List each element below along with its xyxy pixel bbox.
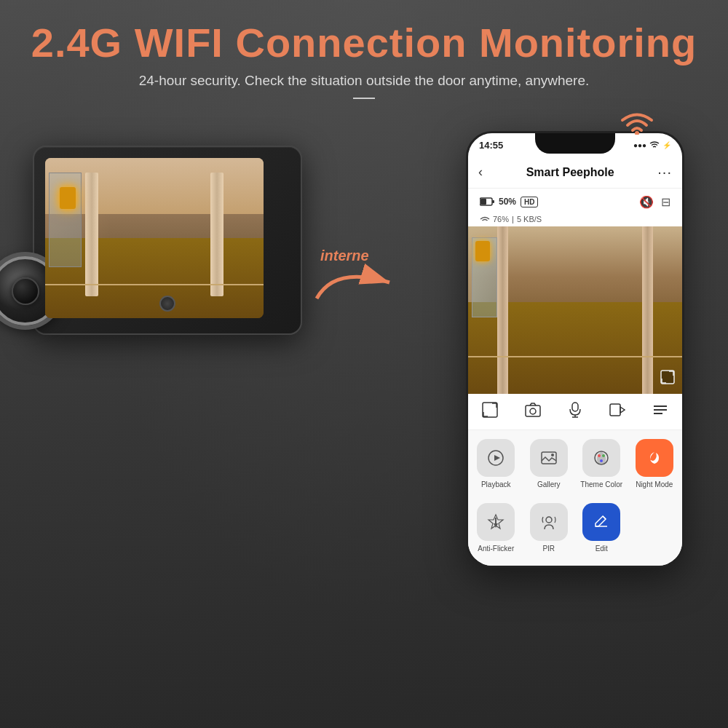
svg-point-27 xyxy=(546,517,552,523)
device-screen xyxy=(45,158,264,318)
device-info-bar: 50% HD 🔇 ⊟ xyxy=(475,189,675,215)
status-icons: ●●● ⚡ xyxy=(633,141,671,149)
pir-icon-bg xyxy=(530,503,568,541)
back-button[interactable]: ‹ xyxy=(478,165,483,180)
signal-info: 76% | 5 KB/S xyxy=(480,215,542,223)
phone-col-right xyxy=(642,226,653,394)
data-speed: 5 KB/S xyxy=(517,215,542,223)
svg-point-8 xyxy=(530,408,536,414)
wifi-signal-icon xyxy=(619,106,655,140)
playback-icon-bg xyxy=(477,439,515,477)
main-title: 2.4G WIFI Connection Monitoring xyxy=(0,20,728,66)
fullscreen-ctrl-icon[interactable] xyxy=(482,402,498,422)
device-button[interactable] xyxy=(159,296,175,312)
pir-label: PIR xyxy=(542,545,555,553)
playback-label: Playback xyxy=(481,480,511,489)
svg-rect-5 xyxy=(661,371,674,384)
edit-icon-bg xyxy=(582,503,620,541)
more-button[interactable]: ··· xyxy=(657,164,672,181)
app-controls xyxy=(468,394,682,430)
night-mode-label: Night Mode xyxy=(636,480,673,489)
phone-body: 14:55 ●●● ⚡ ‹ Smart Peephole ··· xyxy=(466,131,684,568)
svg-rect-9 xyxy=(572,403,578,411)
video-play-icon[interactable] xyxy=(609,403,625,420)
porch-column-right xyxy=(210,173,223,296)
signal-percent: 76% xyxy=(493,215,509,223)
speed-label: | xyxy=(512,215,514,223)
phone-camera-feed[interactable] xyxy=(468,226,682,394)
hd-badge: HD xyxy=(521,197,538,207)
svg-rect-6 xyxy=(483,403,497,417)
svg-point-1 xyxy=(635,131,639,135)
expand-icon[interactable] xyxy=(660,370,675,388)
device-icons: 🔇 ⊟ xyxy=(639,195,670,209)
porch-column-left xyxy=(85,173,98,296)
app-title: Smart Peephole xyxy=(526,166,614,179)
phone-railing xyxy=(468,356,682,357)
sub-title: 24-hour security. Check the situation ou… xyxy=(0,73,728,89)
app-menu: Playback Gallery xyxy=(468,430,682,566)
theme-color-label: Theme Color xyxy=(580,480,622,489)
layout-icon[interactable]: ⊟ xyxy=(661,195,670,209)
svg-rect-3 xyxy=(480,199,486,205)
svg-point-19 xyxy=(551,454,554,456)
battery-icon xyxy=(480,197,494,206)
more-menu-icon[interactable] xyxy=(652,403,668,420)
snapshot-icon[interactable] xyxy=(525,403,541,421)
phone-light xyxy=(475,241,490,261)
menu-item-playback[interactable]: Playback xyxy=(472,439,520,497)
arrow-label: interne xyxy=(320,248,369,264)
camera-lens-inner xyxy=(12,277,39,305)
theme-icon-bg xyxy=(582,439,620,477)
anti-flicker-icon-bg xyxy=(477,503,515,541)
night-mode-icon-bg xyxy=(636,439,673,477)
wifi-status-icon xyxy=(649,141,660,149)
svg-point-22 xyxy=(602,454,605,457)
divider xyxy=(353,98,375,99)
menu-item-edit[interactable]: Edit xyxy=(578,503,625,561)
svg-point-21 xyxy=(598,454,601,457)
menu-item-gallery[interactable]: Gallery xyxy=(526,439,573,497)
device-body xyxy=(33,146,302,335)
porch-scene xyxy=(45,158,264,318)
battery-hd-group: 50% HD xyxy=(480,197,538,207)
phone-container: 14:55 ●●● ⚡ ‹ Smart Peephole ··· xyxy=(466,131,684,568)
svg-rect-12 xyxy=(610,404,620,416)
phone-col-left xyxy=(497,226,508,394)
header-section: 2.4G WIFI Connection Monitoring 24-hour … xyxy=(0,0,728,99)
app-nav: ‹ Smart Peephole ··· xyxy=(468,157,682,189)
mute-icon[interactable]: 🔇 xyxy=(639,195,654,209)
device-container xyxy=(33,146,302,335)
edit-label: Edit xyxy=(596,545,608,553)
arrow-svg xyxy=(313,262,393,306)
microphone-icon[interactable] xyxy=(569,402,582,422)
battery-percent: 50% xyxy=(499,197,516,207)
signal-bars-icon: ●●● xyxy=(633,141,646,149)
porch-light xyxy=(60,187,76,209)
battery-status-icon: ⚡ xyxy=(662,141,671,149)
arrow-container: interne xyxy=(313,262,393,309)
svg-rect-4 xyxy=(492,200,494,203)
gallery-label: Gallery xyxy=(537,480,561,489)
svg-point-23 xyxy=(600,459,603,462)
anti-flicker-label: Anti-Flicker xyxy=(478,545,514,553)
svg-marker-17 xyxy=(494,455,500,461)
menu-item-night-mode[interactable]: Night Mode xyxy=(631,439,678,497)
porch-railing xyxy=(45,284,264,285)
menu-item-anti-flicker[interactable]: Anti-Flicker xyxy=(472,503,520,561)
menu-item-theme-color[interactable]: Theme Color xyxy=(578,439,625,497)
status-time: 14:55 xyxy=(479,140,503,151)
menu-item-pir[interactable]: PIR xyxy=(526,503,573,561)
gallery-icon-bg xyxy=(530,439,568,477)
